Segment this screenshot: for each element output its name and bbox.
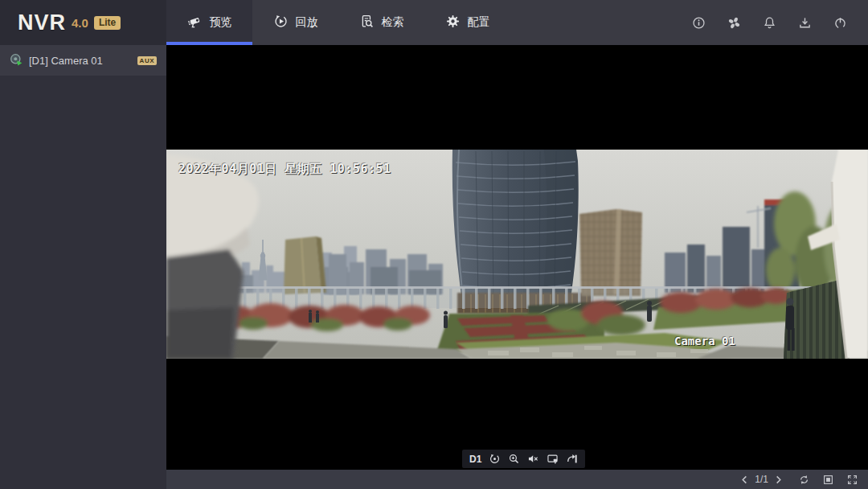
preview-camera-icon [187,14,203,31]
app-logo: NVR 4.0 Lite [0,0,166,45]
search-icon [359,14,375,31]
tab-config[interactable]: 配置 [424,0,510,45]
apps-icon[interactable] [727,16,741,30]
brand-edition-badge: Lite [94,16,121,30]
video-tile[interactable]: 2022年04月01日 星期五 10:56:51 Camera 01 D1 [166,45,868,470]
settings-gear-icon [445,14,461,31]
page-indicator: 1/1 [755,474,768,485]
tab-config-label: 配置 [468,15,490,30]
tab-playback-label: 回放 [296,15,318,30]
camera-label: [D1] Camera 01 [29,55,103,67]
top-bar: NVR 4.0 Lite 预览 [0,0,868,45]
brand-name: NVR [18,10,66,35]
fullscreen-icon[interactable] [847,475,858,485]
page-navigator: 1/1 [740,474,783,485]
playback-icon [273,14,289,31]
camera-channel-icon [10,53,23,68]
single-layout-icon[interactable] [823,475,833,485]
alarm-bell-icon[interactable] [763,16,776,30]
nav-tabs: 预览 回放 检索 [166,0,510,45]
video-toolbar: D1 [462,450,585,468]
chevron-left-icon[interactable] [740,475,749,484]
osd-timestamp: 2022年04月01日 星期五 10:56:51 [178,162,391,177]
video-frame [166,150,868,359]
power-icon[interactable] [833,16,847,30]
tab-search-label: 检索 [382,15,404,30]
brand-version: 4.0 [72,16,88,30]
refresh-icon[interactable] [799,475,809,485]
capture-icon[interactable] [547,453,559,465]
camera-list-panel: [D1] Camera 01 AUX [0,45,166,489]
bottom-control-bar: 1/1 [166,470,868,489]
chevron-right-icon[interactable] [774,475,783,484]
tab-playback[interactable]: 回放 [252,0,338,45]
osd-camera-name: Camera 01 [674,335,735,347]
info-icon[interactable] [692,16,706,30]
camera-list-item-d1[interactable]: [D1] Camera 01 AUX [0,45,166,76]
channel-label: D1 [469,454,481,465]
tab-search[interactable]: 检索 [338,0,424,45]
tab-preview-label: 预览 [210,15,232,30]
instant-playback-icon[interactable] [489,453,501,465]
stream-switch-icon[interactable] [566,453,578,465]
header-actions [692,0,868,45]
view-controls [799,475,868,485]
download-icon[interactable] [798,16,812,30]
camera-aux-badge: AUX [137,56,157,65]
digital-zoom-icon[interactable] [508,453,520,465]
audio-muted-icon[interactable] [527,453,539,465]
tab-preview[interactable]: 预览 [166,0,252,45]
